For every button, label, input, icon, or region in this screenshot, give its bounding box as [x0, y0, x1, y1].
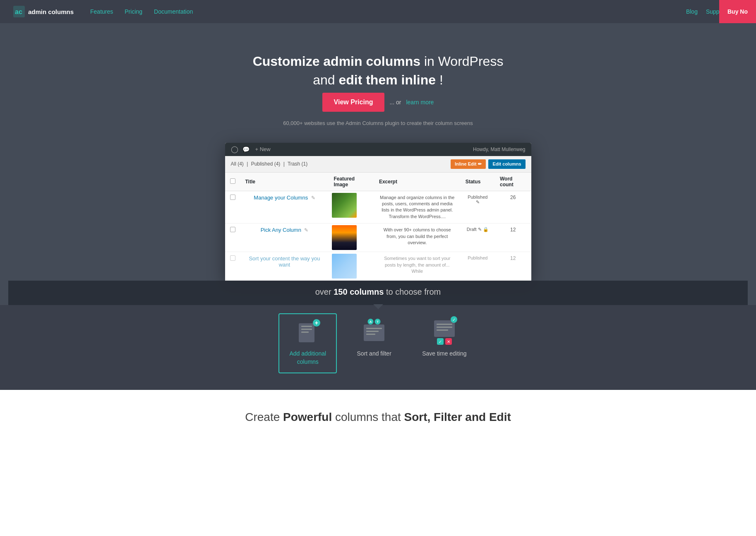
select-all-check[interactable]: [230, 178, 235, 184]
row3-check[interactable]: [225, 252, 240, 281]
navbar: ac admin columns Features Pricing Docume…: [0, 0, 756, 23]
pencil-icon: ✏: [478, 161, 482, 167]
columns-banner-text: over 150 columns to choose from: [17, 287, 739, 297]
wp-bubble: 💬: [242, 146, 250, 153]
tab-save-icon-box: ✓ ✓ ✕: [430, 321, 459, 346]
table-row: Pick Any Column ✎ With over 90+ columns …: [225, 224, 531, 252]
row2-edit-icon: ✎: [304, 227, 308, 233]
nav-features[interactable]: Features: [90, 8, 113, 15]
sort-filter-icon: [363, 322, 385, 343]
row1-count: 26: [495, 191, 531, 224]
bottom-section: Create Powerful columns that Sort, Filte…: [0, 390, 756, 445]
nav-pricing[interactable]: Pricing: [125, 8, 142, 15]
svg-rect-12: [437, 327, 452, 328]
row2-featured-img: [332, 225, 357, 250]
hero-title: Customize admin columns in WordPress and…: [8, 52, 748, 89]
wp-topbar: ◯ 💬 + New Howdy, Matt Mullenweg: [225, 143, 531, 156]
bottom-title: Create Powerful columns that Sort, Filte…: [8, 411, 748, 424]
nav-documentation[interactable]: Documentation: [154, 8, 193, 15]
row2-image: [329, 224, 374, 252]
tab-save-time[interactable]: ✓ ✓ ✕ Save time editing: [411, 313, 477, 373]
wp-demo-wrapper: ◯ 💬 + New Howdy, Matt Mullenweg All (4) …: [225, 143, 531, 281]
hero-title-and: and: [313, 72, 338, 87]
row3-title: Sort your content the way you want: [240, 252, 329, 281]
nav-blog[interactable]: Blog: [686, 8, 698, 15]
edit-overlay: ✓ ✕: [434, 337, 454, 346]
table-row: Manage your Columns ✎ Manage and organiz…: [225, 191, 531, 224]
row3-excerpt: Sometimes you want to sort your posts by…: [374, 252, 461, 281]
row1-excerpt: Manage and organize columns in the posts…: [374, 191, 461, 224]
col-title-header[interactable]: Title: [240, 173, 329, 191]
col-wordcount-header[interactable]: Word count: [495, 173, 531, 191]
row2-status-text: Draft: [467, 227, 477, 232]
tab-add-columns[interactable]: + Add additionalcolumns: [278, 313, 337, 373]
row3-status: Published: [461, 252, 495, 281]
hero-section: Customize admin columns in WordPress and…: [0, 23, 756, 305]
tab-add-label: Add additionalcolumns: [289, 350, 326, 366]
columns-over: over: [315, 287, 331, 296]
inline-edit-label: Inline Edit: [455, 161, 477, 166]
filter-all[interactable]: All (4): [231, 161, 244, 167]
bottom-sort-filter-edit: Sort, Filter and Edit: [404, 411, 511, 423]
bottom-create: Create: [245, 411, 280, 423]
logo-icon: ac: [13, 6, 25, 17]
inline-edit-button[interactable]: Inline Edit ✏: [451, 159, 486, 169]
row3-image: [329, 252, 374, 281]
sort-bubble-a: A: [368, 319, 374, 324]
hero-title-bold: Customize admin columns: [253, 54, 420, 69]
row2-edit-icon2: ✎: [478, 227, 482, 232]
svg-rect-13: [437, 329, 448, 331]
svg-text:ac: ac: [15, 8, 22, 15]
col-excerpt-header[interactable]: Excerpt: [374, 173, 461, 191]
section-arrow: [373, 304, 383, 309]
nav-links: Features Pricing Documentation: [90, 8, 686, 15]
filter-published[interactable]: Published (4): [251, 161, 281, 167]
row2-status: Draft ✎ 🔒: [461, 224, 495, 252]
logo[interactable]: ac admin columns: [13, 6, 74, 17]
wp-toolbar-buttons: Inline Edit ✏ Edit columns: [451, 159, 526, 169]
hero-title-inline: edit them inline: [338, 72, 436, 87]
svg-rect-9: [366, 334, 375, 335]
col-featured-header[interactable]: Featured Image: [329, 173, 374, 191]
feature-tabs-section: + Add additionalcolumns A T: [0, 305, 756, 390]
wp-posts-table: Title Featured Image Excerpt Status Word…: [225, 173, 531, 281]
row2-title-link[interactable]: Pick Any Column: [261, 227, 301, 233]
bottom-columns-that: columns that: [335, 411, 401, 423]
wp-new[interactable]: + New: [255, 146, 271, 152]
wp-toolbar: All (4) | Published (4) | Trash (1) Inli…: [225, 156, 531, 173]
row1-edit-icon: ✎: [311, 195, 315, 201]
columns-choose: to choose from: [386, 287, 441, 296]
buy-now-button[interactable]: Buy No: [719, 0, 756, 23]
wp-greeting: Howdy, Matt Mullenweg: [473, 147, 526, 152]
col-status-header[interactable]: Status: [461, 173, 495, 191]
row1-title-link[interactable]: Manage your Columns: [254, 195, 308, 201]
cancel-x: ✕: [445, 338, 452, 345]
row2-check[interactable]: [225, 224, 240, 252]
sort-bubble-t: T: [375, 319, 381, 324]
svg-rect-6: [364, 324, 384, 341]
hero-title-normal: in WordPress: [424, 54, 503, 69]
learn-more-link[interactable]: learn more: [406, 99, 434, 106]
row1-featured-img: [332, 193, 357, 218]
row1-status: Published ✎: [461, 191, 495, 224]
tab-sort-filter[interactable]: A T Sort and filter: [345, 313, 403, 373]
hero-subtext: 60,000+ websites use the Admin Columns p…: [8, 120, 748, 126]
sort-badge: A T: [368, 319, 381, 324]
columns-banner: over 150 columns to choose from: [8, 281, 748, 305]
row3-count: 12: [495, 252, 531, 281]
row1-status-text: Published: [468, 195, 487, 199]
row2-title: Pick Any Column ✎: [240, 224, 329, 252]
filter-trash[interactable]: Trash (1): [288, 161, 307, 167]
tab-sort-icon-box: A T: [360, 321, 389, 346]
view-pricing-button[interactable]: View Pricing: [322, 93, 385, 112]
row1-title: Manage your Columns ✎: [240, 191, 329, 224]
row1-check[interactable]: [225, 191, 240, 224]
row3-title-link[interactable]: Sort your content the way you want: [249, 255, 320, 268]
logo-text: admin columns: [28, 8, 74, 15]
row2-count: 12: [495, 224, 531, 252]
tabs-row: + Add additionalcolumns A T: [8, 313, 748, 373]
wp-logo: ◯: [231, 145, 238, 153]
edit-columns-button[interactable]: Edit columns: [488, 159, 525, 169]
row1-image: [329, 191, 374, 224]
row2-excerpt: With over 90+ columns to choose from, yo…: [374, 224, 461, 252]
